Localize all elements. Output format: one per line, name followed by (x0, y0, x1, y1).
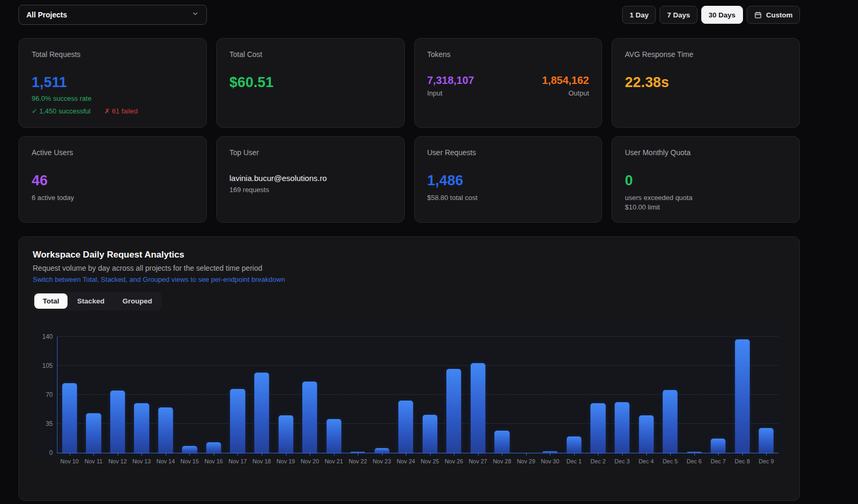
stats-row-2: Active Users 46 6 active today Top User … (18, 136, 800, 223)
bar-slot-nov-26: Nov 26 (442, 337, 466, 453)
bar-slot-nov-24: Nov 24 (394, 337, 418, 453)
bar-nov-11[interactable] (86, 413, 101, 453)
bar-slot-nov-28: Nov 28 (490, 337, 514, 453)
tokens-output-value: 1,854,162 (542, 74, 589, 87)
bar-nov-13[interactable] (134, 403, 149, 453)
bar-nov-25[interactable] (423, 415, 437, 453)
bar-nov-19[interactable] (278, 415, 293, 453)
bar-nov-26[interactable] (446, 369, 461, 453)
chart-view-tabs: TotalStackedGrouped (33, 292, 162, 310)
bar-nov-16[interactable] (206, 442, 221, 453)
bar-nov-18[interactable] (254, 373, 269, 453)
bar-slot-nov-23: Nov 23 (370, 337, 394, 453)
total-requests-value: 1,511 (32, 74, 194, 91)
bar-dec-9[interactable] (759, 428, 774, 453)
chart-plot-panel: 03570105140 Nov 10Nov 11Nov 12Nov 13Nov … (33, 318, 786, 458)
chart-note: Switch between Total, Stacked, and Group… (33, 275, 786, 283)
bar-slot-nov-11: Nov 11 (82, 337, 106, 453)
tokens-input-col: 7,318,107 Input (427, 74, 474, 97)
x-axis-tick-label: Nov 18 (253, 458, 271, 464)
chart-bars: Nov 10Nov 11Nov 12Nov 13Nov 14Nov 15Nov … (58, 337, 778, 453)
bar-slot-nov-10: Nov 10 (58, 337, 82, 453)
user-monthly-quota-title: User Monthly Quota (625, 148, 787, 157)
tab-stacked[interactable]: Stacked (69, 293, 113, 309)
user-monthly-quota-limit: $10.00 limit (625, 203, 787, 211)
time-range-1-day[interactable]: 1 Day (622, 6, 656, 24)
stats-row-1: Total Requests 1,511 96.0% success rate … (18, 38, 800, 128)
successful-label: 1,450 successful (40, 107, 91, 115)
bar-nov-20[interactable] (302, 382, 317, 453)
bar-dec-3[interactable] (615, 402, 630, 453)
time-range-custom[interactable]: Custom (747, 6, 800, 24)
bar-nov-14[interactable] (158, 407, 173, 453)
project-filter-dropdown[interactable]: All Projects (18, 5, 207, 25)
user-requests-title: User Requests (427, 148, 589, 157)
bar-nov-28[interactable] (494, 431, 509, 453)
top-bar: All Projects 1 Day 7 Days 30 Days Custom (18, 4, 800, 25)
user-requests-card: User Requests 1,486 $58.80 total cost (414, 136, 603, 223)
daily-analytics-chart: 03570105140 Nov 10Nov 11Nov 12Nov 13Nov … (36, 337, 778, 453)
x-axis-tick-label: Dec 3 (615, 458, 630, 464)
bar-nov-10[interactable] (62, 383, 77, 453)
bar-nov-27[interactable] (471, 363, 485, 453)
x-axis-tick-label: Nov 25 (421, 458, 439, 464)
bar-nov-23[interactable] (375, 448, 389, 453)
tokens-input-label: Input (427, 89, 474, 97)
time-range-group: 1 Day 7 Days 30 Days Custom (622, 6, 800, 24)
bar-slot-nov-19: Nov 19 (274, 337, 298, 453)
bar-nov-12[interactable] (110, 391, 125, 453)
chevron-down-icon (192, 10, 199, 20)
active-users-value: 46 (32, 173, 194, 189)
top-user-email: lavinia.bucur@esolutions.ro (230, 174, 392, 183)
x-axis-tick-label: Nov 29 (517, 458, 535, 464)
x-axis-tick-label: Dec 5 (663, 458, 678, 464)
x-axis-tick-label: Nov 30 (541, 458, 559, 464)
check-icon: ✓ (32, 107, 37, 115)
user-monthly-quota-value: 0 (625, 173, 787, 189)
bar-dec-1[interactable] (567, 436, 581, 453)
avg-response-time-card: AVG Response Time 22.38s (612, 38, 800, 128)
bar-slot-nov-15: Nov 15 (178, 337, 202, 453)
y-axis-tick-label: 140 (42, 333, 53, 340)
tab-grouped[interactable]: Grouped (114, 293, 160, 309)
top-user-subtitle: 169 requests (230, 186, 392, 194)
user-requests-subtitle: $58.80 total cost (427, 194, 589, 202)
tokens-input-value: 7,318,107 (427, 74, 474, 87)
bar-dec-4[interactable] (638, 415, 653, 453)
bar-dec-2[interactable] (590, 403, 605, 453)
x-axis-tick-label: Nov 15 (180, 458, 199, 464)
bar-slot-dec-8: Dec 8 (730, 337, 755, 453)
x-axis-tick-label: Nov 12 (108, 458, 127, 464)
bar-slot-nov-29: Nov 29 (514, 337, 538, 453)
bar-nov-21[interactable] (327, 419, 341, 453)
bar-slot-nov-16: Nov 16 (202, 337, 226, 453)
bar-nov-15[interactable] (182, 446, 197, 453)
bar-slot-nov-25: Nov 25 (418, 337, 442, 453)
time-range-30-days[interactable]: 30 Days (701, 6, 743, 24)
bar-slot-dec-1: Dec 1 (562, 337, 586, 453)
x-axis-tick-label: Nov 20 (301, 458, 319, 464)
y-axis-tick-label: 0 (49, 449, 53, 457)
project-filter-value: All Projects (26, 11, 67, 19)
failed-label: 61 failed (112, 107, 138, 115)
bar-nov-24[interactable] (398, 401, 413, 453)
user-requests-value: 1,486 (427, 173, 589, 189)
x-axis-tick-label: Dec 9 (759, 458, 774, 464)
request-status-line: ✓ 1,450 successful ✗ 61 failed (32, 107, 194, 115)
x-axis-tick-label: Nov 21 (325, 458, 343, 464)
time-range-7-days[interactable]: 7 Days (660, 6, 698, 24)
calendar-icon (754, 11, 762, 19)
bar-dec-7[interactable] (711, 439, 726, 453)
bar-dec-8[interactable] (735, 339, 750, 453)
bar-nov-17[interactable] (230, 389, 245, 453)
successful-count: ✓ 1,450 successful (32, 107, 90, 115)
tab-total[interactable]: Total (34, 293, 68, 309)
bar-dec-5[interactable] (663, 390, 678, 453)
success-rate-text: 96.0% success rate (32, 94, 194, 102)
time-range-30-days-label: 30 Days (709, 11, 736, 19)
user-monthly-quota-card: User Monthly Quota 0 users exceeded quot… (612, 136, 800, 223)
bar-slot-dec-7: Dec 7 (706, 337, 730, 453)
dashboard-page: All Projects 1 Day 7 Days 30 Days Custom… (0, 0, 800, 501)
bar-slot-dec-5: Dec 5 (658, 337, 682, 453)
avg-response-time-value: 22.38s (625, 74, 787, 91)
